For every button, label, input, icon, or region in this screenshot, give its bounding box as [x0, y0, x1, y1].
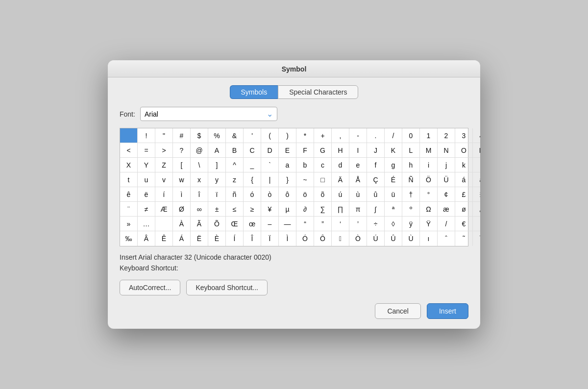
char-cell[interactable]: .	[367, 128, 385, 143]
char-cell[interactable]: *	[296, 128, 314, 143]
char-cell[interactable]: c	[314, 158, 332, 172]
char-cell[interactable]: ‰	[120, 231, 138, 246]
char-cell[interactable]: j	[438, 158, 455, 172]
char-cell[interactable]: §	[473, 187, 480, 202]
char-cell[interactable]: _	[244, 158, 261, 172]
char-cell[interactable]: À	[173, 217, 191, 231]
char-cell[interactable]: [	[173, 158, 191, 172]
char-cell[interactable]: !	[138, 128, 155, 143]
char-cell[interactable]: 0	[402, 128, 420, 143]
char-cell[interactable]: É	[385, 172, 402, 187]
font-input[interactable]	[145, 110, 264, 118]
char-cell[interactable]: E	[279, 143, 296, 158]
char-cell[interactable]: ü	[385, 187, 402, 202]
char-cell[interactable]	[155, 217, 173, 231]
char-cell[interactable]: +	[314, 128, 332, 143]
char-cell[interactable]: …	[138, 217, 155, 231]
char-cell[interactable]: Ô	[314, 231, 332, 246]
tab-special-characters[interactable]: Special Characters	[278, 85, 358, 99]
char-cell[interactable]: †	[402, 187, 420, 202]
char-cell[interactable]: ≠	[138, 202, 155, 217]
insert-button[interactable]: Insert	[427, 303, 468, 319]
char-cell[interactable]: Ü	[438, 172, 455, 187]
char-cell[interactable]: /	[438, 217, 455, 231]
char-cell[interactable]: ¥	[261, 202, 279, 217]
char-cell[interactable]: g	[385, 158, 402, 172]
char-cell[interactable]: ˆ	[438, 231, 455, 246]
char-cell[interactable]: Ç	[367, 172, 385, 187]
char-cell[interactable]	[120, 128, 138, 143]
char-cell[interactable]: à	[473, 172, 480, 187]
char-cell[interactable]: /	[385, 128, 402, 143]
char-cell[interactable]: D	[261, 143, 279, 158]
char-cell[interactable]: Ä	[332, 172, 349, 187]
char-cell[interactable]: °	[420, 187, 438, 202]
char-cell[interactable]: $	[191, 128, 208, 143]
char-cell[interactable]: ‹	[473, 217, 480, 231]
char-cell[interactable]: □	[314, 172, 332, 187]
char-cell[interactable]: ?	[173, 143, 191, 158]
char-cell[interactable]: 	[332, 231, 349, 246]
char-cell[interactable]: ,	[332, 128, 349, 143]
char-cell[interactable]: £	[455, 187, 473, 202]
char-cell[interactable]: Ë	[191, 231, 208, 246]
char-cell[interactable]: ^	[226, 158, 244, 172]
char-cell[interactable]: Í	[226, 231, 244, 246]
char-cell[interactable]: #	[173, 128, 191, 143]
char-cell[interactable]: õ	[314, 187, 332, 202]
font-select-wrap[interactable]: ⌄	[140, 107, 277, 121]
char-cell[interactable]: œ	[244, 217, 261, 231]
char-cell[interactable]: Æ	[155, 202, 173, 217]
char-cell[interactable]: |	[261, 172, 279, 187]
char-cell[interactable]: ¿	[473, 202, 480, 217]
char-cell[interactable]: )	[279, 128, 296, 143]
char-cell[interactable]: Ó	[296, 231, 314, 246]
char-cell[interactable]: Ê	[155, 231, 173, 246]
char-cell[interactable]: i	[420, 158, 438, 172]
char-cell[interactable]: 2	[438, 128, 455, 143]
char-cell[interactable]: π	[349, 202, 367, 217]
char-cell[interactable]: '	[244, 128, 261, 143]
char-cell[interactable]: »	[120, 217, 138, 231]
char-cell[interactable]: 3	[455, 128, 473, 143]
char-cell[interactable]: `	[261, 158, 279, 172]
char-cell[interactable]: Ú	[367, 231, 385, 246]
char-cell[interactable]: Å	[349, 172, 367, 187]
char-cell[interactable]: F	[296, 143, 314, 158]
char-cell[interactable]: ¢	[438, 187, 455, 202]
char-cell[interactable]: ∂	[296, 202, 314, 217]
char-cell[interactable]: O	[455, 143, 473, 158]
char-cell[interactable]: €	[455, 217, 473, 231]
char-cell[interactable]: ]	[208, 158, 226, 172]
char-cell[interactable]: ∏	[332, 202, 349, 217]
char-cell[interactable]: 4	[473, 128, 480, 143]
char-cell[interactable]: ú	[332, 187, 349, 202]
char-cell[interactable]: Â	[138, 231, 155, 246]
char-cell[interactable]: ≥	[244, 202, 261, 217]
char-cell[interactable]: µ	[279, 202, 296, 217]
char-cell[interactable]: ª	[385, 202, 402, 217]
char-cell[interactable]: h	[402, 158, 420, 172]
char-cell[interactable]: d	[332, 158, 349, 172]
char-cell[interactable]: á	[455, 172, 473, 187]
char-cell[interactable]: =	[138, 143, 155, 158]
char-cell[interactable]: ∞	[191, 202, 208, 217]
keyboard-shortcut-button[interactable]: Keyboard Shortcut...	[186, 280, 268, 295]
char-cell[interactable]: ê	[120, 187, 138, 202]
char-cell[interactable]: v	[155, 172, 173, 187]
char-cell[interactable]: %	[208, 128, 226, 143]
char-cell[interactable]: Z	[155, 158, 173, 172]
char-cell[interactable]: L	[402, 143, 420, 158]
char-cell[interactable]: 1	[420, 128, 438, 143]
char-cell[interactable]: {	[244, 172, 261, 187]
char-cell[interactable]: ÷	[367, 217, 385, 231]
char-cell[interactable]: ô	[279, 187, 296, 202]
char-cell[interactable]: Î	[244, 231, 261, 246]
char-cell[interactable]: “	[296, 217, 314, 231]
char-cell[interactable]: z	[226, 172, 244, 187]
char-cell[interactable]: î	[191, 187, 208, 202]
char-cell[interactable]: ~	[296, 172, 314, 187]
char-cell[interactable]: <	[120, 143, 138, 158]
char-cell[interactable]: Ò	[349, 231, 367, 246]
char-cell[interactable]: Õ	[208, 217, 226, 231]
